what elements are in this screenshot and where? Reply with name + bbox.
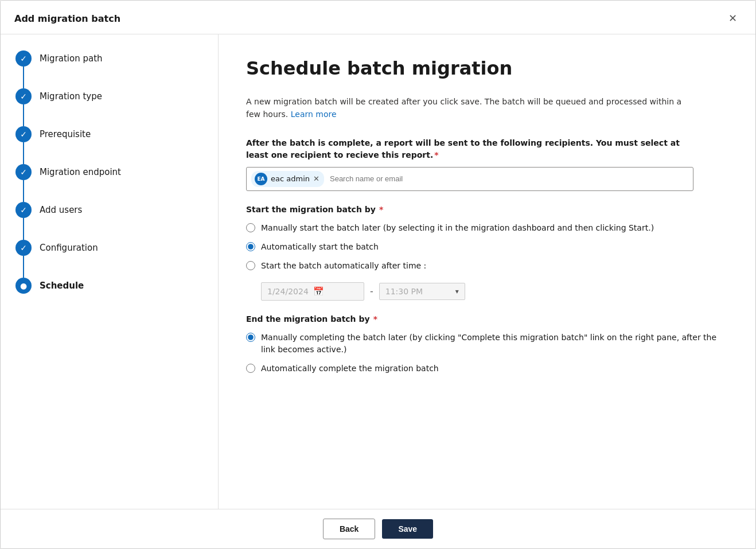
step-icon-migration-endpoint: ✓ — [15, 164, 32, 180]
main-content: Schedule batch migration A new migration… — [219, 34, 755, 509]
step-label-add-users: Add users — [33, 202, 82, 216]
end-radio-group: Manually completing the batch later (by … — [246, 332, 728, 375]
step-line-migration-type — [23, 104, 24, 126]
start-radio-scheduled-start[interactable]: Start the batch automatically after time… — [246, 260, 728, 272]
time-select[interactable]: 11:30 PM ▾ — [379, 283, 465, 300]
step-icon-prerequisite: ✓ — [15, 126, 32, 142]
sidebar-step-prerequisite: ✓Prerequisite — [14, 126, 204, 164]
end-radio-label-manual-complete: Manually completing the batch later (by … — [261, 332, 728, 356]
step-label-configuration: Configuration — [33, 240, 98, 254]
save-button[interactable]: Save — [382, 519, 433, 539]
time-value: 11:30 PM — [385, 287, 423, 296]
dialog-footer: Back Save — [1, 509, 755, 548]
step-label-prerequisite: Prerequisite — [33, 126, 91, 141]
step-line-configuration — [23, 256, 24, 278]
start-radio-input-scheduled-start[interactable] — [246, 261, 255, 270]
start-radio-input-auto-start[interactable] — [246, 242, 255, 251]
sidebar-step-add-users: ✓Add users — [14, 202, 204, 240]
step-icon-migration-path: ✓ — [15, 50, 32, 67]
step-icon-configuration: ✓ — [15, 240, 32, 256]
start-radio-label-manual-start: Manually start the batch later (by selec… — [261, 222, 654, 234]
end-section: End the migration batch by* Manually com… — [246, 314, 728, 375]
end-radio-manual-complete[interactable]: Manually completing the batch later (by … — [246, 332, 728, 356]
step-line-add-users — [23, 218, 24, 240]
close-button[interactable]: ✕ — [724, 10, 742, 27]
end-radio-input-manual-complete[interactable] — [246, 333, 255, 342]
back-button[interactable]: Back — [323, 519, 375, 539]
recipient-field[interactable]: EA eac admin ✕ — [246, 167, 693, 191]
recipients-label: After the batch is complete, a report wi… — [246, 137, 693, 161]
add-migration-batch-dialog: Add migration batch ✕ ✓Migration path✓Mi… — [0, 0, 756, 549]
chevron-down-icon: ▾ — [455, 287, 459, 295]
step-label-migration-type: Migration type — [33, 88, 102, 103]
dialog-body: ✓Migration path✓Migration type✓Prerequis… — [1, 34, 755, 509]
end-radio-auto-complete[interactable]: Automatically complete the migration bat… — [246, 363, 728, 375]
start-radio-label-scheduled-start: Start the batch automatically after time… — [261, 260, 426, 272]
date-value: 1/24/2024 — [267, 287, 309, 296]
sidebar: ✓Migration path✓Migration type✓Prerequis… — [1, 34, 219, 509]
recipient-avatar: EA — [255, 173, 267, 185]
sidebar-step-migration-endpoint: ✓Migration endpoint — [14, 164, 204, 202]
recipient-chip: EA eac admin ✕ — [251, 171, 324, 187]
dialog-title: Add migration batch — [14, 13, 120, 24]
recipient-search-input[interactable] — [328, 173, 688, 184]
date-input[interactable]: 1/24/2024 📅 — [261, 282, 364, 301]
datetime-row: 1/24/2024 📅 - 11:30 PM ▾ — [261, 282, 728, 301]
sidebar-step-migration-type: ✓Migration type — [14, 88, 204, 126]
step-icon-add-users: ✓ — [15, 202, 32, 218]
end-radio-input-auto-complete[interactable] — [246, 364, 255, 373]
step-list: ✓Migration path✓Migration type✓Prerequis… — [14, 50, 204, 294]
step-icon-schedule: ● — [15, 278, 32, 294]
sidebar-step-schedule: ●Schedule — [14, 278, 204, 294]
start-radio-manual-start[interactable]: Manually start the batch later (by selec… — [246, 222, 728, 234]
start-section-title: Start the migration batch by* — [246, 205, 728, 214]
step-label-schedule: Schedule — [33, 278, 84, 292]
start-radio-label-auto-start: Automatically start the batch — [261, 241, 379, 253]
end-section-title: End the migration batch by* — [246, 314, 728, 324]
dash-separator: - — [370, 286, 373, 297]
page-title: Schedule batch migration — [246, 57, 728, 79]
step-line-migration-path — [23, 67, 24, 88]
step-line-migration-endpoint — [23, 180, 24, 202]
sidebar-step-migration-path: ✓Migration path — [14, 50, 204, 88]
step-label-migration-path: Migration path — [33, 50, 103, 65]
start-radio-input-manual-start[interactable] — [246, 223, 255, 232]
step-label-migration-endpoint: Migration endpoint — [33, 164, 121, 178]
start-radio-group: Manually start the batch later (by selec… — [246, 222, 728, 272]
recipient-chip-remove[interactable]: ✕ — [313, 175, 319, 182]
end-radio-label-auto-complete: Automatically complete the migration bat… — [261, 363, 439, 375]
calendar-icon: 📅 — [313, 286, 324, 297]
start-radio-auto-start[interactable]: Automatically start the batch — [246, 241, 728, 253]
recipient-chip-name: eac admin — [271, 174, 310, 183]
step-icon-migration-type: ✓ — [15, 88, 32, 104]
sidebar-step-configuration: ✓Configuration — [14, 240, 204, 278]
info-text: A new migration batch will be created af… — [246, 95, 693, 121]
dialog-header: Add migration batch ✕ — [1, 1, 755, 34]
learn-more-link[interactable]: Learn more — [291, 110, 337, 119]
step-line-prerequisite — [23, 142, 24, 164]
